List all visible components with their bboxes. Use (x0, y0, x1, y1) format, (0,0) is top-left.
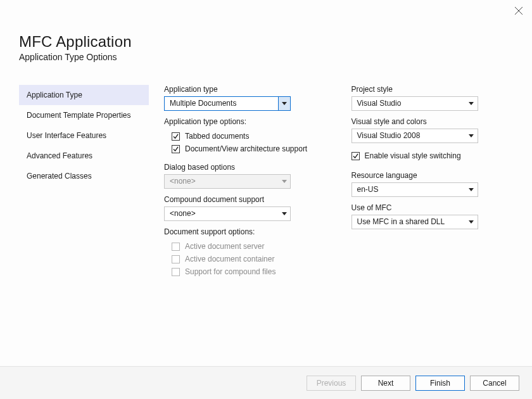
close-icon[interactable] (514, 6, 523, 15)
resource-language-select[interactable]: en-US (352, 182, 478, 197)
active-document-container-checkbox: Active document container (164, 253, 326, 265)
chevron-down-icon (278, 207, 290, 220)
active-document-container-label: Active document container (185, 255, 274, 263)
wizard-footer: Previous Next Finish Cancel (0, 366, 532, 399)
sidebar-item-label: Generated Classes (27, 172, 92, 180)
next-button[interactable]: Next (361, 376, 410, 391)
chevron-down-icon (466, 183, 478, 196)
use-of-mfc-label: Use of MFC (352, 203, 514, 212)
compound-document-support-select[interactable]: <none> (164, 206, 291, 221)
checkbox-icon (172, 243, 180, 251)
dialog-based-options-select: <none> (164, 174, 291, 189)
dialog-based-options-value: <none> (170, 177, 196, 186)
chevron-down-icon (466, 97, 478, 110)
application-type-value: Multiple Documents (170, 99, 236, 108)
column-right: Project style Visual Studio Visual style… (352, 85, 514, 286)
visual-style-label: Visual style and colors (352, 117, 514, 126)
sidebar-item-advanced-features[interactable]: Advanced Features (19, 146, 149, 166)
checkbox-icon (172, 145, 180, 153)
wizard-title: MFC Application (19, 33, 532, 51)
chevron-down-icon (278, 175, 290, 188)
wizard-subtitle: Application Type Options (19, 52, 532, 62)
tabbed-documents-checkbox[interactable]: Tabbed documents (164, 130, 326, 142)
enable-visual-style-switching-checkbox[interactable]: Enable visual style switching (352, 149, 514, 162)
resource-language-value: en-US (357, 185, 379, 194)
tabbed-documents-label: Tabbed documents (185, 132, 249, 141)
wizard-header: MFC Application Application Type Options (0, 0, 532, 62)
cancel-button[interactable]: Cancel (470, 376, 519, 391)
chevron-down-icon (466, 215, 478, 229)
doc-view-arch-checkbox[interactable]: Document/View architecture support (164, 142, 326, 155)
previous-button: Previous (307, 376, 356, 391)
document-support-options-label: Document support options: (164, 227, 326, 236)
compound-document-support-label: Compound document support (164, 195, 326, 204)
active-document-server-checkbox: Active document server (164, 240, 326, 253)
active-document-server-label: Active document server (185, 242, 264, 251)
doc-view-arch-label: Document/View architecture support (185, 144, 307, 153)
visual-style-select[interactable]: Visual Studio 2008 (352, 129, 478, 143)
dialog-based-options-label: Dialog based options (164, 163, 326, 172)
sidebar-item-label: Application Type (27, 91, 82, 99)
chevron-down-icon (278, 97, 290, 110)
project-style-select[interactable]: Visual Studio (352, 96, 478, 111)
sidebar-item-application-type[interactable]: Application Type (19, 85, 149, 105)
support-compound-files-label: Support for compound files (185, 267, 276, 276)
sidebar-item-document-template-properties[interactable]: Document Template Properties (19, 105, 149, 125)
checkbox-icon (172, 268, 180, 276)
next-button-label: Next (378, 379, 394, 388)
checkbox-icon (352, 152, 360, 160)
enable-visual-style-switching-label: Enable visual style switching (365, 151, 461, 160)
chevron-down-icon (466, 129, 478, 142)
application-type-select[interactable]: Multiple Documents (164, 96, 291, 111)
project-style-value: Visual Studio (357, 99, 402, 108)
project-style-label: Project style (352, 85, 514, 94)
sidebar-item-user-interface-features[interactable]: User Interface Features (19, 125, 149, 146)
finish-button[interactable]: Finish (415, 376, 465, 391)
previous-button-label: Previous (317, 379, 346, 388)
use-of-mfc-value: Use MFC in a shared DLL (357, 217, 445, 226)
sidebar-item-label: User Interface Features (27, 131, 106, 140)
sidebar-item-label: Advanced Features (27, 151, 92, 160)
application-type-label: Application type (164, 85, 326, 94)
support-compound-files-checkbox: Support for compound files (164, 265, 326, 278)
resource-language-label: Resource language (352, 171, 514, 180)
sidebar-item-generated-classes[interactable]: Generated Classes (19, 166, 149, 186)
column-left: Application type Multiple Documents Appl… (164, 85, 326, 286)
compound-document-support-value: <none> (170, 209, 196, 218)
application-type-options-label: Application type options: (164, 117, 326, 126)
finish-button-label: Finish (430, 379, 450, 388)
checkbox-icon (172, 255, 180, 263)
use-of-mfc-select[interactable]: Use MFC in a shared DLL (352, 215, 478, 229)
wizard-sidebar: Application Type Document Template Prope… (19, 85, 149, 286)
cancel-button-label: Cancel (483, 379, 506, 388)
sidebar-item-label: Document Template Properties (27, 111, 131, 120)
checkbox-icon (172, 132, 180, 141)
visual-style-value: Visual Studio 2008 (357, 131, 421, 140)
